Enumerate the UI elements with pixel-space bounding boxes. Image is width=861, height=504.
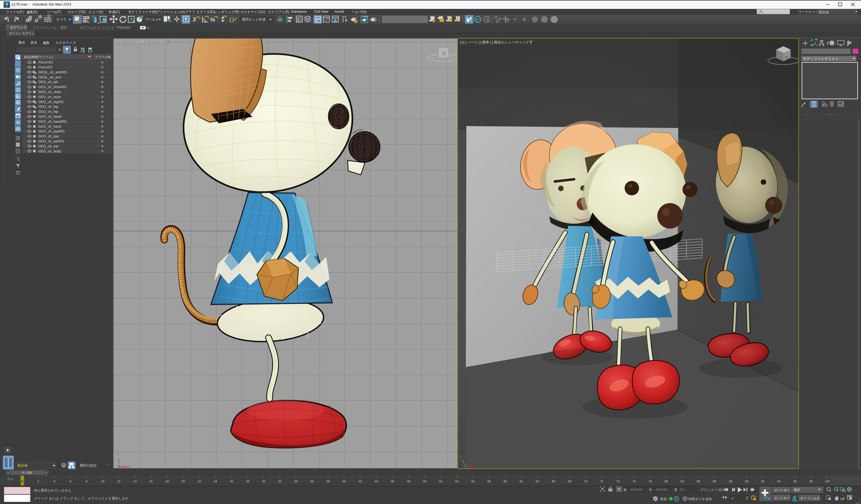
svg-text:オートキー: オートキー <box>774 489 790 492</box>
svg-text:ワールド: ワールド <box>145 17 159 21</box>
svg-text:<: < <box>7 471 9 474</box>
svg-text:選択セット作成: 選択セット作成 <box>242 17 265 21</box>
svg-text:GEO_ch_nose: GEO_ch_nose <box>38 95 61 99</box>
svg-text:24: 24 <box>214 480 217 483</box>
svg-text:56: 56 <box>472 480 475 483</box>
svg-text:84: 84 <box>697 480 700 483</box>
svg-text:36: 36 <box>310 480 314 483</box>
svg-text:MAX: MAX <box>5 6 9 8</box>
svg-text:Plane001: Plane001 <box>38 65 53 69</box>
svg-text:グリッド = 10.0: グリッド = 10.0 <box>700 488 724 492</box>
svg-text:32: 32 <box>278 480 281 483</box>
svg-text:有効:: 有効: <box>660 497 668 501</box>
svg-text:Y:: Y: <box>649 488 652 492</box>
svg-text:40: 40 <box>342 480 346 483</box>
svg-text:編集: 編集 <box>43 41 50 45</box>
svg-text:GEO_ch_shoe: GEO_ch_shoe <box>38 90 61 94</box>
svg-text:72: 72 <box>600 480 603 483</box>
svg-text:68: 68 <box>568 480 571 483</box>
svg-text:12: 12 <box>117 480 120 483</box>
svg-text:-325.826: -325.826 <box>630 488 642 491</box>
svg-text:90: 90 <box>745 480 748 483</box>
svg-text:-606.091: -606.091 <box>655 488 668 491</box>
svg-text:42: 42 <box>359 480 362 483</box>
svg-text:76: 76 <box>632 480 636 483</box>
svg-text:GEO_ch_shoe001: GEO_ch_shoe001 <box>38 85 67 89</box>
svg-text:70: 70 <box>584 480 587 483</box>
svg-text:6: 6 <box>70 480 71 483</box>
svg-text:14: 14 <box>133 480 137 483</box>
svg-text:62: 62 <box>520 480 523 483</box>
svg-text:何も選択されていません: 何も選択されていません <box>34 489 71 492</box>
svg-text:100: 100 <box>825 480 830 483</box>
svg-text:0 / 100: 0 / 100 <box>22 471 32 474</box>
svg-text:80: 80 <box>665 480 668 483</box>
svg-text:94: 94 <box>777 480 781 483</box>
svg-text:2: 2 <box>37 480 39 483</box>
svg-text:表示: 表示 <box>30 41 37 45</box>
svg-text:フリーズ: フリーズ <box>95 55 109 59</box>
svg-text:GEO_ch_eye001: GEO_ch_eye001 <box>38 130 65 133</box>
svg-text:92: 92 <box>761 480 764 483</box>
svg-text:[+] [ パース ] [ 標準 ] [ 既定のシェーディン: [+] [ パース ] [ 標準 ] [ 既定のシェーディング ] <box>460 40 531 44</box>
svg-text:Plane002: Plane002 <box>38 60 53 64</box>
svg-text:前: 前 <box>785 55 788 59</box>
svg-text:88: 88 <box>729 480 732 483</box>
svg-text:[+] [ レフト ] [ 標準 ] [ エッジ面 ]: [+] [ レフト ] [ 標準 ] [ エッジ面 ] <box>115 40 166 44</box>
svg-text:GEO_ch_ear: GEO_ch_ear <box>38 144 58 148</box>
svg-text:選択の設定:: 選択の設定: <box>80 464 97 467</box>
svg-text:セットキー: セットキー <box>774 496 790 500</box>
svg-text:0: 0 <box>732 497 733 500</box>
svg-text:46: 46 <box>391 480 394 483</box>
svg-text:0.0: 0.0 <box>680 488 684 491</box>
svg-text:GEO_ch_leg: GEO_ch_leg <box>38 105 58 109</box>
svg-text:{ }: { } <box>230 17 234 23</box>
svg-text:Z:: Z: <box>674 488 678 492</box>
svg-text:GEO_ch_eye: GEO_ch_eye <box>38 134 59 138</box>
svg-text:>: > <box>45 471 47 474</box>
svg-text:38: 38 <box>326 480 330 483</box>
svg-text:60: 60 <box>504 480 507 483</box>
svg-text:52: 52 <box>439 480 442 483</box>
svg-text:名前(降順でソート): 名前(降順でソート) <box>24 55 53 59</box>
svg-text:58: 58 <box>488 480 491 483</box>
svg-text:74: 74 <box>616 480 620 483</box>
svg-text:GEO_ch_body: GEO_ch_body <box>38 149 61 153</box>
svg-text:78: 78 <box>648 480 652 483</box>
svg-text:34: 34 <box>294 480 298 483</box>
svg-text:GEO_ch_hand: GEO_ch_hand <box>38 125 61 128</box>
svg-text:0: 0 <box>675 498 677 500</box>
svg-text:54: 54 <box>455 480 459 483</box>
svg-text:28: 28 <box>246 480 249 483</box>
svg-text:選択: 選択 <box>794 488 800 492</box>
svg-text:20: 20 <box>181 480 185 483</box>
svg-text:GEO_ch_head: GEO_ch_head <box>38 115 61 119</box>
svg-text:66: 66 <box>552 480 555 483</box>
svg-text:Z: Z <box>117 453 119 457</box>
svg-text:0: 0 <box>21 480 23 483</box>
svg-text:3: 3 <box>193 16 196 23</box>
svg-text:86: 86 <box>713 480 716 483</box>
svg-text:GEOL_ch_arm: GEOL_ch_arm <box>38 76 61 79</box>
svg-text:44: 44 <box>375 480 378 483</box>
svg-text:GEOL_ch_arm001: GEOL_ch_arm001 <box>38 70 67 74</box>
svg-text:16: 16 <box>149 480 153 483</box>
svg-text:クリック または ドラッグ をして、オブジェクトを選択します: クリック または ドラッグ をして、オブジェクトを選択します <box>34 496 128 500</box>
svg-text:3: 3 <box>6 2 8 6</box>
svg-text:GEO_ch_ear001: GEO_ch_ear001 <box>38 139 64 143</box>
svg-text:»: » <box>108 463 110 466</box>
svg-text:X:: X: <box>624 488 627 492</box>
svg-text:Z: Z <box>460 455 461 458</box>
svg-text:X: X <box>475 465 477 468</box>
svg-text:26: 26 <box>230 480 233 483</box>
svg-text:48: 48 <box>407 480 410 483</box>
svg-text:64: 64 <box>536 480 539 483</box>
svg-text:Y: Y <box>128 465 131 468</box>
svg-text:22: 22 <box>197 480 201 483</box>
svg-text:すべて: すべて <box>56 17 67 21</box>
svg-text:82: 82 <box>681 480 684 483</box>
svg-text:選択: 選択 <box>18 41 25 45</box>
svg-text:左: 左 <box>442 51 446 55</box>
svg-text:GEO_ch_hip: GEO_ch_hip <box>38 110 58 113</box>
svg-text:96: 96 <box>793 480 797 483</box>
